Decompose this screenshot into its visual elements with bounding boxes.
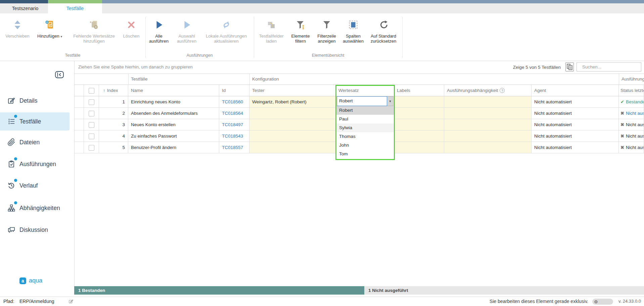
column-header-agent[interactable]: Agent (532, 85, 619, 96)
dropdown-option[interactable]: Thomas (336, 132, 394, 141)
choose-columns-button[interactable]: Spalten auswählen (340, 16, 366, 44)
cell-labels[interactable] (394, 119, 444, 130)
column-header-name[interactable]: Name (128, 85, 219, 96)
cell-status[interactable]: ✖Nicht ausgeführt (619, 119, 644, 130)
dropdown-option[interactable]: Sylwia (336, 123, 394, 132)
cell-tester[interactable]: Weingartz, Robert (Robert) (249, 96, 336, 107)
title-strip-left (0, 0, 48, 3)
cell-tester[interactable] (249, 119, 336, 130)
search-input[interactable] (582, 64, 642, 70)
show-filter-row-button[interactable]: Filterzeile anzeigen (314, 16, 340, 44)
combobox-dropdown-button[interactable]: ▼ (387, 96, 394, 106)
cross-icon: ✖ (620, 108, 624, 119)
cell-name: Zu einfaches Passwort (128, 131, 219, 142)
ribbon-group-label-testfaelle: Testfälle (0, 53, 145, 58)
sidebar-item-diskussion[interactable]: Diskussion (0, 221, 74, 239)
add-icon (34, 16, 66, 34)
sidebar-item-dateien[interactable]: Dateien (0, 133, 74, 151)
cell-status[interactable]: ✔Bestanden (619, 96, 644, 107)
cell-status[interactable]: ✖Nicht ausgeführt (619, 108, 644, 119)
chevron-down-icon: ▼ (389, 100, 392, 103)
dropdown-option[interactable]: Paul (336, 115, 394, 123)
wertesatz-combobox-input[interactable]: Robert (337, 96, 387, 106)
exclusive-edit-note: Sie bearbeiten dieses Element gerade exk… (467, 299, 588, 304)
row-indicator-header (74, 85, 84, 96)
cell-tester[interactable] (249, 142, 336, 153)
cross-icon: ✖ (620, 119, 624, 130)
sidebar-item-label: Testfälle (19, 118, 41, 125)
chat-icon (7, 226, 15, 234)
edit-path-icon[interactable] (68, 299, 74, 304)
cell-tester[interactable] (249, 108, 336, 119)
group-by-hint: Ziehen Sie eine Spalte hierhin, um danac… (78, 64, 193, 69)
aqua-logo[interactable]: a aqua (19, 277, 42, 284)
cell-status[interactable]: ✖Nicht ausgeführt (619, 131, 644, 142)
cell-dependency[interactable] (444, 108, 532, 119)
dropdown-option[interactable]: John (336, 141, 394, 150)
row-indicator (74, 131, 84, 142)
band-konfiguration[interactable]: Konfiguration (252, 76, 279, 82)
cell-id-link[interactable]: TC018560 (219, 96, 249, 107)
row-checkbox[interactable] (84, 119, 99, 130)
cell-dependency[interactable] (444, 119, 532, 130)
band-ausfuehrungen[interactable]: Ausführungen (622, 76, 644, 82)
cell-dependency[interactable] (444, 96, 532, 107)
column-header-tester[interactable]: Tester (249, 85, 336, 96)
hierarchy-icon (7, 204, 15, 212)
cell-tester[interactable] (249, 131, 336, 142)
column-header-id[interactable]: Id (219, 85, 249, 96)
sidebar-item-details[interactable]: Details (0, 92, 74, 110)
cell-status[interactable]: ✖Nicht ausgeführt (619, 142, 644, 153)
dropdown-option[interactable]: Tom (336, 150, 394, 158)
collapse-panel-icon[interactable] (55, 71, 64, 78)
cell-dependency[interactable] (444, 131, 532, 142)
column-header-labels[interactable]: Labels (394, 85, 444, 96)
path-label: Pfad: (3, 299, 14, 304)
row-checkbox[interactable] (84, 96, 99, 107)
row-checkbox[interactable] (84, 142, 99, 153)
settings-toggle[interactable]: ⚙ (592, 299, 613, 305)
cell-agent: Nicht automatisiert (532, 119, 619, 130)
column-header-status[interactable]: Status letzte (619, 85, 644, 96)
load-fields-icon (256, 16, 287, 34)
cell-id-link[interactable]: TC018557 (219, 142, 249, 153)
tab-testfaelle[interactable]: Testfälle (48, 3, 102, 13)
column-header-index[interactable]: ↑Index (99, 85, 128, 96)
aqua-logo-icon: a (19, 277, 26, 284)
help-icon[interactable]: ? (500, 88, 505, 93)
cell-labels[interactable] (394, 142, 444, 153)
select-all-checkbox[interactable] (84, 85, 99, 96)
cell-name: Absenden des Anmeldeformulars (128, 108, 219, 119)
ribbon: Verschieben Hinzufügen ▾ Fehlende Wertes… (0, 13, 644, 61)
sidebar-item-verlauf[interactable]: Verlauf (0, 176, 74, 195)
clipboard-check-icon (7, 160, 15, 168)
sidebar-item-ausfuehrungen[interactable]: Ausführungen (0, 155, 74, 173)
wertesatz-editor-frame: Robert ▼ Robert Paul Sylwia Thomas John … (335, 85, 395, 160)
sidebar-item-testfaelle[interactable]: Testfälle (0, 112, 70, 131)
notification-dot (14, 201, 17, 204)
row-checkbox[interactable] (84, 131, 99, 142)
check-icon: ✔ (620, 96, 624, 107)
column-panels-button[interactable] (565, 62, 574, 71)
cell-labels[interactable] (394, 108, 444, 119)
column-header-dependency[interactable]: Ausführungsabhängigkeit? (444, 85, 532, 96)
sidebar-item-abhaengigkeiten[interactable]: Abhängigkeiten (0, 199, 74, 217)
tab-testszenario[interactable]: Testszenario (3, 3, 47, 13)
row-checkbox[interactable] (84, 108, 99, 119)
dropdown-option[interactable]: Robert (336, 106, 394, 115)
add-button[interactable]: Hinzufügen ▾ (34, 16, 66, 39)
cell-labels[interactable] (394, 96, 444, 107)
filter-elements-button[interactable]: Elemente filtern (289, 16, 312, 44)
band-testfaelle[interactable]: Testfälle (131, 76, 148, 82)
notification-dot (14, 157, 17, 160)
cell-id-link[interactable]: TC018543 (219, 131, 249, 142)
run-all-button[interactable]: Alle ausführen (147, 16, 171, 44)
wertesatz-header-window (336, 86, 394, 96)
sidebar-item-label: Abhängigkeiten (19, 205, 60, 212)
cell-labels[interactable] (394, 131, 444, 142)
delete-button: Löschen (118, 16, 144, 39)
reset-default-button[interactable]: Auf Standard zurücksetzen (367, 16, 400, 44)
cell-dependency[interactable] (444, 142, 532, 153)
cell-id-link[interactable]: TC018497 (219, 119, 249, 130)
cell-id-link[interactable]: TC018564 (219, 108, 249, 119)
